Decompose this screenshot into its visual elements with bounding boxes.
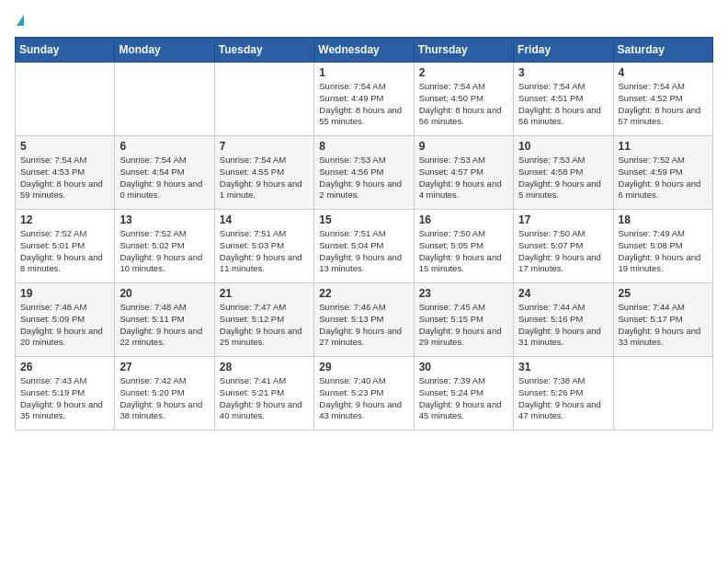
calendar-cell: 14Sunrise: 7:51 AM Sunset: 5:03 PM Dayli… <box>214 210 313 283</box>
calendar-week-row: 26Sunrise: 7:43 AM Sunset: 5:19 PM Dayli… <box>16 357 713 431</box>
weekday-header-sunday: Sunday <box>16 38 115 63</box>
cell-content: Sunrise: 7:47 AM Sunset: 5:12 PM Dayligh… <box>220 302 309 349</box>
calendar-cell: 19Sunrise: 7:48 AM Sunset: 5:09 PM Dayli… <box>16 283 115 357</box>
calendar-cell <box>613 357 712 431</box>
cell-content: Sunrise: 7:44 AM Sunset: 5:17 PM Dayligh… <box>619 302 708 349</box>
cell-content: Sunrise: 7:39 AM Sunset: 5:24 PM Dayligh… <box>419 375 508 422</box>
cell-content: Sunrise: 7:40 AM Sunset: 5:23 PM Dayligh… <box>319 375 408 422</box>
day-number: 12 <box>20 213 109 226</box>
calendar-cell: 6Sunrise: 7:54 AM Sunset: 4:54 PM Daylig… <box>115 136 214 210</box>
calendar-cell: 22Sunrise: 7:46 AM Sunset: 5:13 PM Dayli… <box>314 283 414 357</box>
calendar-week-row: 12Sunrise: 7:52 AM Sunset: 5:01 PM Dayli… <box>16 210 713 283</box>
day-number: 14 <box>220 213 309 226</box>
cell-content: Sunrise: 7:50 AM Sunset: 5:05 PM Dayligh… <box>419 228 508 275</box>
weekday-header-monday: Monday <box>115 38 214 63</box>
day-number: 25 <box>619 287 708 300</box>
day-number: 9 <box>419 140 508 153</box>
calendar-cell: 30Sunrise: 7:39 AM Sunset: 5:24 PM Dayli… <box>414 357 513 431</box>
calendar-cell: 12Sunrise: 7:52 AM Sunset: 5:01 PM Dayli… <box>16 210 115 283</box>
day-number: 29 <box>319 361 408 373</box>
weekday-header-wednesday: Wednesday <box>314 38 414 63</box>
weekday-header-tuesday: Tuesday <box>214 38 313 63</box>
calendar-header-row: SundayMondayTuesdayWednesdayThursdayFrid… <box>16 38 713 63</box>
logo <box>15 15 24 26</box>
calendar-cell: 8Sunrise: 7:53 AM Sunset: 4:56 PM Daylig… <box>314 136 414 210</box>
cell-content: Sunrise: 7:41 AM Sunset: 5:21 PM Dayligh… <box>220 375 309 422</box>
cell-content: Sunrise: 7:51 AM Sunset: 5:03 PM Dayligh… <box>220 228 309 275</box>
calendar-cell: 7Sunrise: 7:54 AM Sunset: 4:55 PM Daylig… <box>214 136 313 210</box>
cell-content: Sunrise: 7:50 AM Sunset: 5:07 PM Dayligh… <box>518 228 608 275</box>
calendar-cell: 4Sunrise: 7:54 AM Sunset: 4:52 PM Daylig… <box>613 63 712 136</box>
day-number: 10 <box>518 140 608 153</box>
calendar-cell: 26Sunrise: 7:43 AM Sunset: 5:19 PM Dayli… <box>16 357 115 431</box>
calendar-week-row: 19Sunrise: 7:48 AM Sunset: 5:09 PM Dayli… <box>16 283 713 357</box>
cell-content: Sunrise: 7:48 AM Sunset: 5:11 PM Dayligh… <box>119 302 209 349</box>
weekday-header-saturday: Saturday <box>613 38 712 63</box>
cell-content: Sunrise: 7:42 AM Sunset: 5:20 PM Dayligh… <box>119 375 209 422</box>
day-number: 24 <box>518 287 608 300</box>
cell-content: Sunrise: 7:53 AM Sunset: 4:56 PM Dayligh… <box>319 155 408 201</box>
day-number: 30 <box>419 361 508 373</box>
logo-icon <box>17 15 24 26</box>
day-number: 31 <box>518 361 608 373</box>
cell-content: Sunrise: 7:54 AM Sunset: 4:52 PM Dayligh… <box>619 81 708 128</box>
day-number: 8 <box>319 140 408 153</box>
calendar-cell: 16Sunrise: 7:50 AM Sunset: 5:05 PM Dayli… <box>414 210 513 283</box>
day-number: 4 <box>619 66 708 79</box>
cell-content: Sunrise: 7:52 AM Sunset: 4:59 PM Dayligh… <box>619 155 708 201</box>
cell-content: Sunrise: 7:54 AM Sunset: 4:53 PM Dayligh… <box>20 155 109 201</box>
day-number: 6 <box>119 140 209 153</box>
day-number: 19 <box>20 287 109 300</box>
calendar-cell: 10Sunrise: 7:53 AM Sunset: 4:58 PM Dayli… <box>514 136 613 210</box>
day-number: 5 <box>20 140 109 153</box>
cell-content: Sunrise: 7:46 AM Sunset: 5:13 PM Dayligh… <box>319 302 408 349</box>
cell-content: Sunrise: 7:53 AM Sunset: 4:57 PM Dayligh… <box>419 155 508 201</box>
day-number: 1 <box>319 66 408 79</box>
calendar-cell: 27Sunrise: 7:42 AM Sunset: 5:20 PM Dayli… <box>115 357 214 431</box>
day-number: 17 <box>518 213 608 226</box>
cell-content: Sunrise: 7:51 AM Sunset: 5:04 PM Dayligh… <box>319 228 408 275</box>
day-number: 21 <box>220 287 309 300</box>
calendar-cell: 24Sunrise: 7:44 AM Sunset: 5:16 PM Dayli… <box>514 283 613 357</box>
day-number: 18 <box>619 213 708 226</box>
cell-content: Sunrise: 7:49 AM Sunset: 5:08 PM Dayligh… <box>619 228 708 275</box>
day-number: 16 <box>419 213 508 226</box>
day-number: 3 <box>518 66 608 79</box>
weekday-header-thursday: Thursday <box>414 38 513 63</box>
calendar-cell: 1Sunrise: 7:54 AM Sunset: 4:49 PM Daylig… <box>314 63 414 136</box>
calendar-cell: 3Sunrise: 7:54 AM Sunset: 4:51 PM Daylig… <box>514 63 613 136</box>
day-number: 23 <box>419 287 508 300</box>
calendar-cell: 23Sunrise: 7:45 AM Sunset: 5:15 PM Dayli… <box>414 283 513 357</box>
cell-content: Sunrise: 7:38 AM Sunset: 5:26 PM Dayligh… <box>518 375 608 422</box>
calendar-week-row: 1Sunrise: 7:54 AM Sunset: 4:49 PM Daylig… <box>16 63 713 136</box>
cell-content: Sunrise: 7:43 AM Sunset: 5:19 PM Dayligh… <box>20 375 109 422</box>
cell-content: Sunrise: 7:54 AM Sunset: 4:51 PM Dayligh… <box>518 81 608 128</box>
cell-content: Sunrise: 7:52 AM Sunset: 5:01 PM Dayligh… <box>20 228 109 275</box>
calendar-cell: 17Sunrise: 7:50 AM Sunset: 5:07 PM Dayli… <box>514 210 613 283</box>
calendar-week-row: 5Sunrise: 7:54 AM Sunset: 4:53 PM Daylig… <box>16 136 713 210</box>
calendar-cell: 29Sunrise: 7:40 AM Sunset: 5:23 PM Dayli… <box>314 357 414 431</box>
day-number: 11 <box>619 140 708 153</box>
cell-content: Sunrise: 7:45 AM Sunset: 5:15 PM Dayligh… <box>419 302 508 349</box>
cell-content: Sunrise: 7:52 AM Sunset: 5:02 PM Dayligh… <box>119 228 209 275</box>
day-number: 7 <box>220 140 309 153</box>
calendar-cell: 18Sunrise: 7:49 AM Sunset: 5:08 PM Dayli… <box>613 210 712 283</box>
cell-content: Sunrise: 7:54 AM Sunset: 4:54 PM Dayligh… <box>119 155 209 201</box>
cell-content: Sunrise: 7:48 AM Sunset: 5:09 PM Dayligh… <box>20 302 109 349</box>
day-number: 20 <box>119 287 209 300</box>
calendar-cell <box>214 63 313 136</box>
calendar-cell <box>16 63 115 136</box>
day-number: 26 <box>20 361 109 373</box>
calendar-cell: 9Sunrise: 7:53 AM Sunset: 4:57 PM Daylig… <box>414 136 513 210</box>
cell-content: Sunrise: 7:54 AM Sunset: 4:55 PM Dayligh… <box>220 155 309 201</box>
cell-content: Sunrise: 7:54 AM Sunset: 4:50 PM Dayligh… <box>419 81 508 128</box>
calendar-cell: 15Sunrise: 7:51 AM Sunset: 5:04 PM Dayli… <box>314 210 414 283</box>
calendar-cell: 2Sunrise: 7:54 AM Sunset: 4:50 PM Daylig… <box>414 63 513 136</box>
day-number: 28 <box>220 361 309 373</box>
day-number: 22 <box>319 287 408 300</box>
calendar-cell: 21Sunrise: 7:47 AM Sunset: 5:12 PM Dayli… <box>214 283 313 357</box>
calendar-cell: 13Sunrise: 7:52 AM Sunset: 5:02 PM Dayli… <box>115 210 214 283</box>
day-number: 15 <box>319 213 408 226</box>
day-number: 13 <box>119 213 209 226</box>
calendar-cell: 25Sunrise: 7:44 AM Sunset: 5:17 PM Dayli… <box>613 283 712 357</box>
